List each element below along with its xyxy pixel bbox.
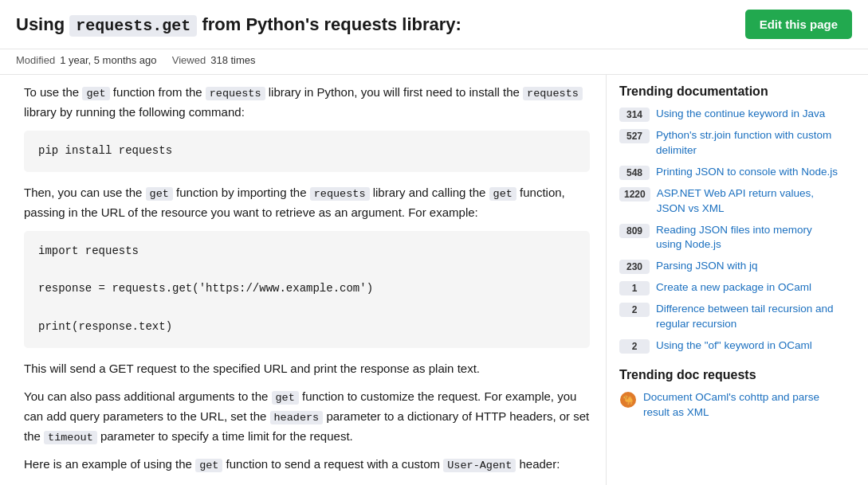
modified-label: Modified — [16, 54, 55, 66]
sidebar-badge-3: 1220 — [619, 187, 650, 201]
trending-docs-title: Trending documentation — [619, 84, 840, 99]
sidebar-link-3[interactable]: ASP.NET Web API return values, JSON vs X… — [657, 186, 840, 217]
sidebar-link-0[interactable]: Using the continue keyword in Java — [656, 107, 825, 122]
sidebar-trending-item: 1220ASP.NET Web API return values, JSON … — [619, 186, 840, 217]
p4-code1: get — [272, 391, 299, 405]
p4-text4: parameter to specify a time limit for th… — [97, 429, 353, 443]
p2-code1: get — [146, 187, 173, 201]
paragraph-5: Here is an example of using the get func… — [24, 455, 590, 475]
p2-code3: get — [489, 187, 516, 201]
code-block-1: pip install requests — [24, 131, 590, 172]
sidebar-badge-0: 314 — [619, 108, 650, 122]
sidebar-badge-2: 548 — [619, 166, 650, 180]
page-title: Using requests.get from Python's request… — [16, 14, 461, 35]
sidebar-link-5[interactable]: Parsing JSON with jq — [656, 259, 758, 274]
sidebar-link-6[interactable]: Create a new package in OCaml — [656, 280, 811, 295]
p5-code2: User-Agent — [443, 459, 516, 472]
sidebar-link-7[interactable]: Difference between tail recursion and re… — [656, 302, 840, 332]
sidebar-badge-6: 1 — [619, 281, 650, 295]
sidebar-link-8[interactable]: Using the "of" keyword in OCaml — [656, 338, 812, 354]
page-header: Using requests.get from Python's request… — [0, 0, 868, 49]
p4-text1: You can also pass additional arguments t… — [24, 389, 272, 403]
title-suffix: from Python's requests library: — [197, 14, 461, 34]
content-area: To use the get function from the request… — [0, 75, 868, 485]
sidebar-trending-item: 548Printing JSON to console with Node.js — [619, 165, 840, 180]
sidebar-trending-item: 314Using the continue keyword in Java — [619, 107, 840, 122]
edit-page-button[interactable]: Edit this page — [745, 10, 852, 39]
paragraph-2: Then, you can use the get function by im… — [24, 183, 590, 223]
sidebar-trending-item: 2Difference between tail recursion and r… — [619, 302, 840, 332]
sidebar-badge-7: 2 — [619, 303, 650, 317]
p1-text4: library by running the following command… — [24, 105, 245, 119]
paragraph-4: You can also pass additional arguments t… — [24, 387, 590, 448]
sidebar-badge-1: 527 — [619, 129, 650, 143]
sidebar-link-2[interactable]: Printing JSON to console with Node.js — [656, 165, 838, 180]
p5-code1: get — [195, 459, 222, 472]
p1-text1: To use the — [24, 85, 82, 99]
code-block-2: import requests response = requests.get(… — [24, 231, 590, 348]
sidebar-trending-item: 809Reading JSON files into memory using … — [619, 223, 840, 253]
svg-text:🐪: 🐪 — [623, 394, 634, 405]
p2-code2: requests — [310, 187, 370, 201]
page-wrapper: Using requests.get from Python's request… — [0, 0, 868, 485]
paragraph-1: To use the get function from the request… — [24, 83, 590, 123]
p1-text2: function from the — [110, 85, 206, 99]
p1-code1: get — [82, 87, 109, 100]
p2-text2: function by importing the — [173, 186, 310, 199]
paragraph-3: This will send a GET request to the spec… — [24, 359, 590, 379]
sidebar-badge-5: 230 — [619, 260, 650, 274]
p1-code3: requests — [523, 87, 583, 100]
sidebar-badge-8: 2 — [619, 339, 650, 354]
p5-text2: function to send a request with a custom — [222, 457, 443, 471]
main-content: To use the get function from the request… — [0, 75, 606, 485]
p4-code3: timeout — [44, 431, 97, 444]
sidebar-link-4[interactable]: Reading JSON files into memory using Nod… — [656, 223, 840, 253]
trending-request-link-0[interactable]: Document OCaml's cohttp and parse result… — [643, 390, 840, 420]
viewed-value: 318 times — [210, 54, 255, 66]
camel-icon: 🐪 — [619, 391, 637, 409]
trending-request-item: 🐪 Document OCaml's cohttp and parse resu… — [619, 390, 840, 420]
sidebar-trending-item: 527Python's str.join function with custo… — [619, 128, 840, 158]
p5-text1: Here is an example of using the — [24, 457, 195, 471]
sidebar-badge-4: 809 — [619, 224, 650, 238]
sidebar: Trending documentation 314Using the cont… — [606, 75, 853, 485]
trending-docs-list: 314Using the continue keyword in Java527… — [619, 107, 840, 354]
p4-code2: headers — [270, 411, 324, 424]
p5-text3: header: — [516, 457, 560, 471]
p1-code2: requests — [206, 87, 265, 100]
modified-value: 1 year, 5 months ago — [60, 54, 156, 66]
meta-bar: Modified 1 year, 5 months ago Viewed 318… — [0, 49, 868, 74]
title-prefix: Using — [16, 14, 69, 34]
p1-text3: library in Python, you will first need t… — [265, 85, 523, 99]
sidebar-trending-item: 230Parsing JSON with jq — [619, 259, 840, 274]
p2-text3: library and calling the — [370, 186, 489, 199]
trending-requests-title: Trending doc requests — [619, 368, 840, 382]
sidebar-trending-item: 2Using the "of" keyword in OCaml — [619, 338, 840, 354]
p2-text1: Then, you can use the — [24, 186, 146, 199]
sidebar-link-1[interactable]: Python's str.join function with custom d… — [656, 128, 840, 158]
sidebar-trending-item: 1Create a new package in OCaml — [619, 280, 840, 295]
title-code: requests.get — [69, 15, 197, 37]
viewed-label: Viewed — [172, 54, 206, 66]
